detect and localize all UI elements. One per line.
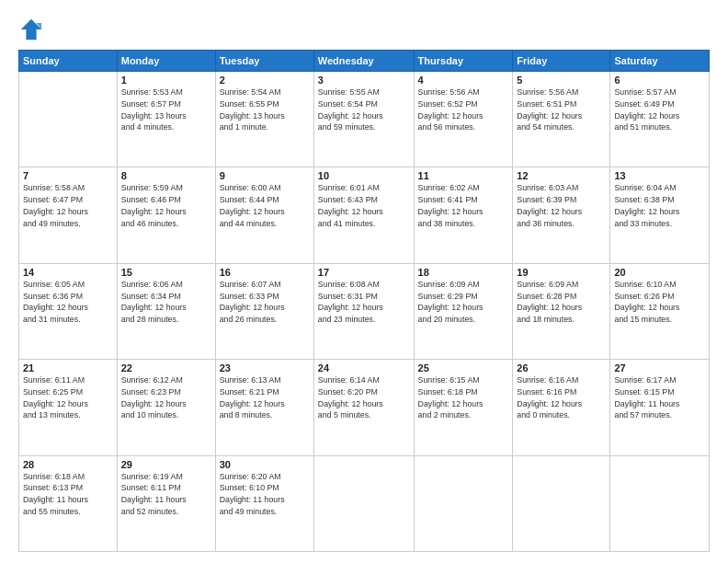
weekday-header: Friday: [513, 51, 610, 72]
day-number: 3: [318, 75, 410, 86]
calendar-cell: 16Sunrise: 6:07 AM Sunset: 6:33 PM Dayli…: [215, 263, 313, 359]
calendar-cell: 19Sunrise: 6:09 AM Sunset: 6:28 PM Dayli…: [513, 263, 610, 359]
weekday-header: Sunday: [19, 51, 118, 72]
day-number: 1: [121, 75, 211, 86]
day-info: Sunrise: 5:55 AM Sunset: 6:54 PM Dayligh…: [318, 86, 410, 133]
day-info: Sunrise: 5:53 AM Sunset: 6:57 PM Dayligh…: [121, 86, 211, 133]
calendar-cell: 14Sunrise: 6:05 AM Sunset: 6:36 PM Dayli…: [19, 263, 118, 359]
day-info: Sunrise: 6:01 AM Sunset: 6:43 PM Dayligh…: [318, 182, 410, 229]
weekday-row: SundayMondayTuesdayWednesdayThursdayFrid…: [19, 51, 710, 72]
day-info: Sunrise: 6:20 AM Sunset: 6:10 PM Dayligh…: [220, 471, 310, 518]
day-info: Sunrise: 6:09 AM Sunset: 6:28 PM Dayligh…: [517, 279, 606, 326]
day-info: Sunrise: 6:14 AM Sunset: 6:20 PM Dayligh…: [318, 374, 410, 421]
day-number: 10: [318, 170, 410, 181]
logo: [18, 17, 46, 42]
calendar-cell: 23Sunrise: 6:13 AM Sunset: 6:21 PM Dayli…: [215, 360, 313, 455]
day-number: 28: [23, 459, 113, 470]
weekday-header: Monday: [117, 51, 215, 72]
day-info: Sunrise: 6:12 AM Sunset: 6:23 PM Dayligh…: [121, 374, 211, 421]
day-info: Sunrise: 6:15 AM Sunset: 6:18 PM Dayligh…: [418, 374, 509, 421]
day-info: Sunrise: 6:18 AM Sunset: 6:13 PM Dayligh…: [23, 471, 113, 518]
day-number: 18: [418, 267, 509, 278]
day-info: Sunrise: 6:09 AM Sunset: 6:29 PM Dayligh…: [418, 279, 509, 326]
page: SundayMondayTuesdayWednesdayThursdayFrid…: [0, 0, 728, 563]
day-info: Sunrise: 5:56 AM Sunset: 6:51 PM Dayligh…: [517, 86, 606, 133]
calendar-cell: [414, 455, 513, 551]
weekday-header: Tuesday: [215, 51, 313, 72]
day-info: Sunrise: 6:03 AM Sunset: 6:39 PM Dayligh…: [517, 182, 606, 229]
day-info: Sunrise: 5:54 AM Sunset: 6:55 PM Dayligh…: [220, 86, 310, 133]
calendar-cell: 6Sunrise: 5:57 AM Sunset: 6:49 PM Daylig…: [610, 72, 710, 167]
day-number: 15: [121, 267, 211, 278]
calendar-cell: [610, 455, 710, 551]
day-info: Sunrise: 6:13 AM Sunset: 6:21 PM Dayligh…: [220, 374, 310, 421]
day-number: 2: [220, 75, 310, 86]
calendar-cell: 8Sunrise: 5:59 AM Sunset: 6:46 PM Daylig…: [117, 167, 215, 263]
day-info: Sunrise: 6:16 AM Sunset: 6:16 PM Dayligh…: [517, 374, 606, 421]
calendar-header: SundayMondayTuesdayWednesdayThursdayFrid…: [19, 51, 710, 72]
day-number: 12: [517, 170, 606, 181]
day-number: 11: [418, 170, 509, 181]
calendar-week-row: 28Sunrise: 6:18 AM Sunset: 6:13 PM Dayli…: [19, 455, 710, 551]
weekday-header: Wednesday: [313, 51, 414, 72]
day-number: 27: [614, 362, 705, 373]
calendar-cell: [513, 455, 610, 551]
calendar-cell: 28Sunrise: 6:18 AM Sunset: 6:13 PM Dayli…: [19, 455, 118, 551]
day-number: 5: [517, 75, 606, 86]
weekday-header: Saturday: [610, 51, 710, 72]
day-info: Sunrise: 5:58 AM Sunset: 6:47 PM Dayligh…: [23, 182, 113, 229]
header: [18, 17, 710, 42]
day-number: 23: [220, 362, 310, 373]
calendar-cell: 11Sunrise: 6:02 AM Sunset: 6:41 PM Dayli…: [414, 167, 513, 263]
calendar-cell: 15Sunrise: 6:06 AM Sunset: 6:34 PM Dayli…: [117, 263, 215, 359]
day-number: 17: [318, 267, 410, 278]
calendar-cell: 25Sunrise: 6:15 AM Sunset: 6:18 PM Dayli…: [414, 360, 513, 455]
calendar-cell: 27Sunrise: 6:17 AM Sunset: 6:15 PM Dayli…: [610, 360, 710, 455]
calendar-cell: 26Sunrise: 6:16 AM Sunset: 6:16 PM Dayli…: [513, 360, 610, 455]
svg-marker-0: [21, 19, 41, 40]
day-info: Sunrise: 6:07 AM Sunset: 6:33 PM Dayligh…: [220, 279, 310, 326]
day-number: 20: [614, 267, 705, 278]
day-info: Sunrise: 6:11 AM Sunset: 6:25 PM Dayligh…: [23, 374, 113, 421]
day-number: 30: [220, 459, 310, 470]
day-number: 22: [121, 362, 211, 373]
day-number: 13: [614, 170, 705, 181]
day-number: 7: [23, 170, 113, 181]
day-number: 24: [318, 362, 410, 373]
day-info: Sunrise: 6:00 AM Sunset: 6:44 PM Dayligh…: [220, 182, 310, 229]
calendar-cell: 10Sunrise: 6:01 AM Sunset: 6:43 PM Dayli…: [313, 167, 414, 263]
calendar-cell: 21Sunrise: 6:11 AM Sunset: 6:25 PM Dayli…: [19, 360, 118, 455]
calendar-cell: 9Sunrise: 6:00 AM Sunset: 6:44 PM Daylig…: [215, 167, 313, 263]
day-number: 8: [121, 170, 211, 181]
logo-icon: [18, 17, 44, 42]
weekday-header: Thursday: [414, 51, 513, 72]
calendar-cell: 24Sunrise: 6:14 AM Sunset: 6:20 PM Dayli…: [313, 360, 414, 455]
calendar-cell: 12Sunrise: 6:03 AM Sunset: 6:39 PM Dayli…: [513, 167, 610, 263]
calendar-cell: 30Sunrise: 6:20 AM Sunset: 6:10 PM Dayli…: [215, 455, 313, 551]
calendar-cell: 5Sunrise: 5:56 AM Sunset: 6:51 PM Daylig…: [513, 72, 610, 167]
calendar-table: SundayMondayTuesdayWednesdayThursdayFrid…: [18, 50, 710, 552]
calendar-week-row: 21Sunrise: 6:11 AM Sunset: 6:25 PM Dayli…: [19, 360, 710, 455]
calendar-cell: 29Sunrise: 6:19 AM Sunset: 6:11 PM Dayli…: [117, 455, 215, 551]
calendar-cell: 13Sunrise: 6:04 AM Sunset: 6:38 PM Dayli…: [610, 167, 710, 263]
day-info: Sunrise: 6:05 AM Sunset: 6:36 PM Dayligh…: [23, 279, 113, 326]
day-info: Sunrise: 6:10 AM Sunset: 6:26 PM Dayligh…: [614, 279, 705, 326]
calendar-week-row: 14Sunrise: 6:05 AM Sunset: 6:36 PM Dayli…: [19, 263, 710, 359]
calendar-cell: [313, 455, 414, 551]
calendar-cell: 2Sunrise: 5:54 AM Sunset: 6:55 PM Daylig…: [215, 72, 313, 167]
calendar-cell: 7Sunrise: 5:58 AM Sunset: 6:47 PM Daylig…: [19, 167, 118, 263]
calendar-cell: 22Sunrise: 6:12 AM Sunset: 6:23 PM Dayli…: [117, 360, 215, 455]
calendar-cell: [19, 72, 118, 167]
day-number: 16: [220, 267, 310, 278]
day-number: 21: [23, 362, 113, 373]
day-number: 26: [517, 362, 606, 373]
calendar-cell: 18Sunrise: 6:09 AM Sunset: 6:29 PM Dayli…: [414, 263, 513, 359]
calendar-cell: 17Sunrise: 6:08 AM Sunset: 6:31 PM Dayli…: [313, 263, 414, 359]
day-number: 4: [418, 75, 509, 86]
day-info: Sunrise: 6:19 AM Sunset: 6:11 PM Dayligh…: [121, 471, 211, 518]
day-info: Sunrise: 6:08 AM Sunset: 6:31 PM Dayligh…: [318, 279, 410, 326]
day-number: 19: [517, 267, 606, 278]
calendar-cell: 1Sunrise: 5:53 AM Sunset: 6:57 PM Daylig…: [117, 72, 215, 167]
day-number: 14: [23, 267, 113, 278]
calendar-cell: 4Sunrise: 5:56 AM Sunset: 6:52 PM Daylig…: [414, 72, 513, 167]
